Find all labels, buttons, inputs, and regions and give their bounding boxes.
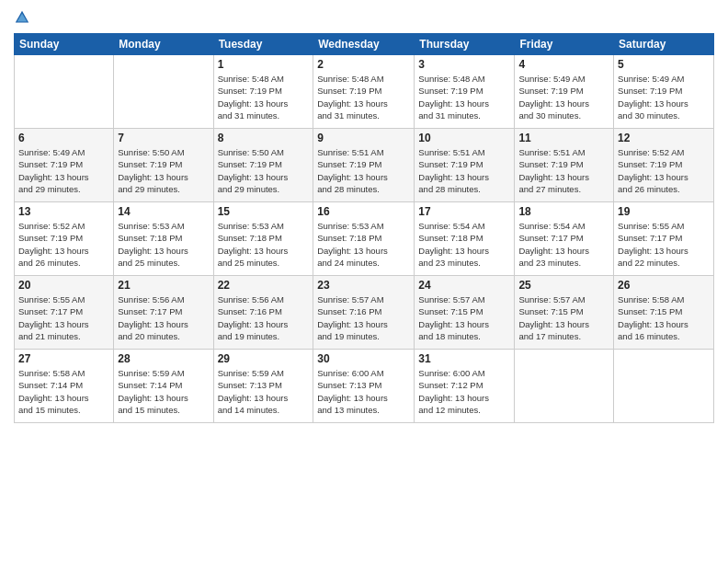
weekday-header: Saturday	[614, 34, 714, 55]
day-number: 17	[418, 205, 510, 218]
calendar-cell: 24Sunrise: 5:57 AM Sunset: 7:15 PM Dayli…	[415, 276, 515, 350]
day-info: Sunrise: 5:53 AM Sunset: 7:18 PM Dayligh…	[317, 220, 410, 269]
calendar-cell: 13Sunrise: 5:52 AM Sunset: 7:19 PM Dayli…	[15, 202, 114, 276]
calendar-cell	[515, 350, 614, 423]
weekday-header: Tuesday	[213, 34, 313, 55]
logo-icon	[14, 9, 30, 26]
day-number: 18	[518, 205, 609, 218]
day-number: 22	[218, 279, 310, 292]
day-info: Sunrise: 5:50 AM Sunset: 7:19 PM Dayligh…	[118, 146, 209, 195]
calendar-cell: 18Sunrise: 5:54 AM Sunset: 7:17 PM Dayli…	[515, 202, 614, 276]
day-number: 19	[618, 205, 710, 218]
calendar-cell: 27Sunrise: 5:58 AM Sunset: 7:14 PM Dayli…	[15, 350, 114, 423]
day-number: 8	[218, 132, 310, 144]
day-number: 5	[618, 58, 710, 71]
calendar-cell: 1Sunrise: 5:48 AM Sunset: 7:19 PM Daylig…	[213, 55, 313, 129]
day-number: 28	[118, 352, 209, 365]
calendar-cell: 29Sunrise: 5:59 AM Sunset: 7:13 PM Dayli…	[213, 350, 313, 423]
calendar-cell	[614, 350, 714, 423]
logo	[14, 9, 34, 26]
day-info: Sunrise: 5:59 AM Sunset: 7:14 PM Dayligh…	[118, 367, 209, 416]
calendar-cell	[114, 55, 213, 129]
calendar-cell: 19Sunrise: 5:55 AM Sunset: 7:17 PM Dayli…	[614, 202, 714, 276]
day-number: 30	[317, 352, 410, 365]
calendar-cell: 30Sunrise: 6:00 AM Sunset: 7:13 PM Dayli…	[313, 350, 415, 423]
day-number: 24	[418, 279, 510, 292]
calendar-cell: 23Sunrise: 5:57 AM Sunset: 7:16 PM Dayli…	[313, 276, 415, 350]
calendar-cell: 14Sunrise: 5:53 AM Sunset: 7:18 PM Dayli…	[114, 202, 213, 276]
day-info: Sunrise: 5:59 AM Sunset: 7:13 PM Dayligh…	[218, 367, 310, 416]
calendar-cell: 25Sunrise: 5:57 AM Sunset: 7:15 PM Dayli…	[515, 276, 614, 350]
calendar-cell: 22Sunrise: 5:56 AM Sunset: 7:16 PM Dayli…	[213, 276, 313, 350]
day-number: 29	[218, 352, 310, 365]
day-number: 31	[418, 352, 510, 365]
day-info: Sunrise: 5:48 AM Sunset: 7:19 PM Dayligh…	[418, 73, 510, 121]
day-info: Sunrise: 5:49 AM Sunset: 7:19 PM Dayligh…	[618, 73, 710, 121]
day-number: 1	[218, 58, 310, 71]
day-number: 12	[618, 132, 710, 144]
day-number: 15	[218, 205, 310, 218]
calendar-cell: 16Sunrise: 5:53 AM Sunset: 7:18 PM Dayli…	[313, 202, 415, 276]
day-number: 26	[618, 279, 710, 292]
calendar-cell: 3Sunrise: 5:48 AM Sunset: 7:19 PM Daylig…	[415, 55, 515, 129]
calendar-cell: 10Sunrise: 5:51 AM Sunset: 7:19 PM Dayli…	[415, 129, 515, 202]
calendar-cell: 5Sunrise: 5:49 AM Sunset: 7:19 PM Daylig…	[614, 55, 714, 129]
day-info: Sunrise: 5:56 AM Sunset: 7:16 PM Dayligh…	[218, 293, 310, 342]
day-number: 14	[118, 205, 209, 218]
day-number: 27	[18, 352, 109, 365]
weekday-header: Monday	[114, 34, 213, 55]
day-info: Sunrise: 5:49 AM Sunset: 7:19 PM Dayligh…	[18, 146, 109, 195]
calendar-cell: 4Sunrise: 5:49 AM Sunset: 7:19 PM Daylig…	[515, 55, 614, 129]
day-info: Sunrise: 5:57 AM Sunset: 7:15 PM Dayligh…	[418, 293, 510, 342]
day-number: 10	[418, 132, 510, 144]
calendar-cell: 31Sunrise: 6:00 AM Sunset: 7:12 PM Dayli…	[415, 350, 515, 423]
day-info: Sunrise: 5:53 AM Sunset: 7:18 PM Dayligh…	[118, 220, 209, 269]
day-info: Sunrise: 5:48 AM Sunset: 7:19 PM Dayligh…	[317, 73, 410, 121]
calendar-week-row: 13Sunrise: 5:52 AM Sunset: 7:19 PM Dayli…	[15, 202, 714, 276]
calendar-cell: 2Sunrise: 5:48 AM Sunset: 7:19 PM Daylig…	[313, 55, 415, 129]
calendar-cell: 12Sunrise: 5:52 AM Sunset: 7:19 PM Dayli…	[614, 129, 714, 202]
weekday-header: Wednesday	[313, 34, 415, 55]
day-info: Sunrise: 5:52 AM Sunset: 7:19 PM Dayligh…	[18, 220, 109, 269]
calendar-week-row: 6Sunrise: 5:49 AM Sunset: 7:19 PM Daylig…	[15, 129, 714, 202]
day-number: 4	[518, 58, 609, 71]
calendar-cell: 7Sunrise: 5:50 AM Sunset: 7:19 PM Daylig…	[114, 129, 213, 202]
day-number: 6	[18, 132, 109, 144]
day-info: Sunrise: 5:57 AM Sunset: 7:16 PM Dayligh…	[317, 293, 410, 342]
calendar-cell: 20Sunrise: 5:55 AM Sunset: 7:17 PM Dayli…	[15, 276, 114, 350]
calendar-table: SundayMondayTuesdayWednesdayThursdayFrid…	[14, 33, 714, 423]
day-info: Sunrise: 5:55 AM Sunset: 7:17 PM Dayligh…	[618, 220, 710, 269]
day-number: 23	[317, 279, 410, 292]
day-info: Sunrise: 5:58 AM Sunset: 7:14 PM Dayligh…	[18, 367, 109, 416]
day-number: 3	[418, 58, 510, 71]
day-info: Sunrise: 5:55 AM Sunset: 7:17 PM Dayligh…	[18, 293, 109, 342]
calendar-cell: 17Sunrise: 5:54 AM Sunset: 7:18 PM Dayli…	[415, 202, 515, 276]
calendar-cell: 9Sunrise: 5:51 AM Sunset: 7:19 PM Daylig…	[313, 129, 415, 202]
page: SundayMondayTuesdayWednesdayThursdayFrid…	[0, 0, 728, 563]
day-info: Sunrise: 5:58 AM Sunset: 7:15 PM Dayligh…	[618, 293, 710, 342]
day-number: 13	[18, 205, 109, 218]
day-number: 11	[518, 132, 609, 144]
calendar-cell: 11Sunrise: 5:51 AM Sunset: 7:19 PM Dayli…	[515, 129, 614, 202]
calendar-cell: 15Sunrise: 5:53 AM Sunset: 7:18 PM Dayli…	[213, 202, 313, 276]
day-number: 21	[118, 279, 209, 292]
calendar-cell: 21Sunrise: 5:56 AM Sunset: 7:17 PM Dayli…	[114, 276, 213, 350]
calendar-cell: 26Sunrise: 5:58 AM Sunset: 7:15 PM Dayli…	[614, 276, 714, 350]
day-number: 25	[518, 279, 609, 292]
calendar-cell: 6Sunrise: 5:49 AM Sunset: 7:19 PM Daylig…	[15, 129, 114, 202]
weekday-header: Friday	[515, 34, 614, 55]
day-info: Sunrise: 5:51 AM Sunset: 7:19 PM Dayligh…	[418, 146, 510, 195]
day-number: 20	[18, 279, 109, 292]
day-info: Sunrise: 6:00 AM Sunset: 7:12 PM Dayligh…	[418, 367, 510, 416]
day-number: 7	[118, 132, 209, 144]
calendar-week-row: 27Sunrise: 5:58 AM Sunset: 7:14 PM Dayli…	[15, 350, 714, 423]
day-number: 9	[317, 132, 410, 144]
day-info: Sunrise: 5:53 AM Sunset: 7:18 PM Dayligh…	[218, 220, 310, 269]
weekday-header-row: SundayMondayTuesdayWednesdayThursdayFrid…	[15, 34, 714, 55]
calendar-cell: 8Sunrise: 5:50 AM Sunset: 7:19 PM Daylig…	[213, 129, 313, 202]
weekday-header: Thursday	[415, 34, 515, 55]
day-info: Sunrise: 5:49 AM Sunset: 7:19 PM Dayligh…	[518, 73, 609, 121]
calendar-cell: 28Sunrise: 5:59 AM Sunset: 7:14 PM Dayli…	[114, 350, 213, 423]
weekday-header: Sunday	[15, 34, 114, 55]
day-number: 16	[317, 205, 410, 218]
